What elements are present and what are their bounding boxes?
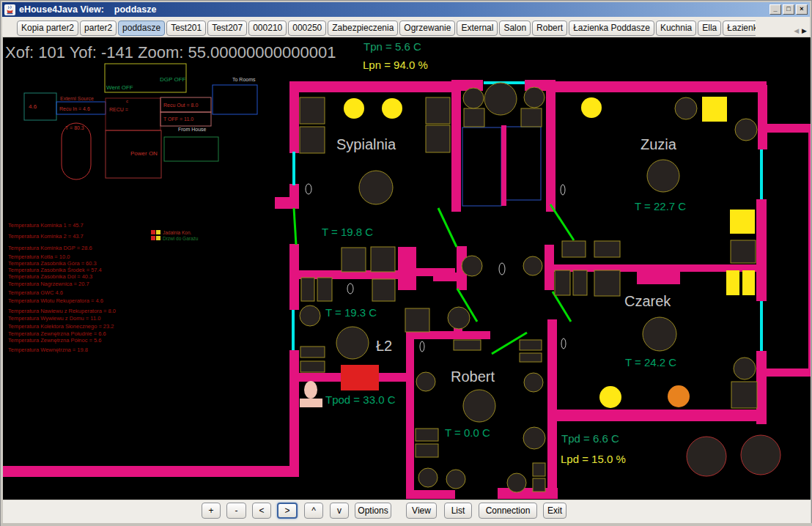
temp-reading: Temperatura GWC 4.6 (8, 289, 63, 296)
tab-kuchnia[interactable]: Kuchnia (656, 21, 696, 36)
furniture (416, 429, 438, 441)
tab-000210[interactable]: 000210 (248, 21, 287, 36)
device-on[interactable] (702, 97, 727, 122)
temp-reading: Temperatura Zasobnika Środek = 57.4 (8, 267, 102, 273)
tab-kopia-parter2[interactable]: Kopia parter2 (17, 21, 78, 36)
device-on[interactable] (726, 270, 739, 295)
title-bar[interactable]: eHouse4Java View: poddasze _ □ × (2, 2, 810, 17)
tab-000250[interactable]: 000250 (288, 21, 326, 36)
furniture (735, 119, 757, 141)
window-title: eHouse4Java View: (19, 4, 104, 15)
furniture (371, 247, 395, 272)
furniture (418, 468, 438, 487)
tab-test207[interactable]: Test207 (207, 21, 247, 36)
tab-salon[interactable]: Salon (499, 21, 531, 36)
pan-down-button[interactable]: v (330, 503, 349, 519)
heater-on[interactable] (341, 365, 379, 390)
schematic-text: RECU = (109, 107, 128, 112)
pan-up-button[interactable]: ^ (304, 503, 323, 519)
furniture (301, 278, 314, 301)
light-on-icon[interactable] (382, 98, 402, 119)
door-swing (550, 204, 574, 240)
minimize-icon[interactable]: _ (769, 4, 781, 15)
device-on[interactable] (730, 210, 755, 234)
tab-scroll-right-icon[interactable]: ▶ (802, 27, 807, 34)
wall (291, 81, 457, 92)
zoom-out-button[interactable]: - (226, 503, 246, 519)
temp-north: Tpn = 5.6 C (363, 40, 421, 53)
furniture (426, 125, 450, 152)
device-on[interactable] (742, 270, 755, 295)
tab-scroll-left-icon[interactable]: ◀ (794, 27, 799, 34)
furniture (521, 108, 542, 127)
temp-reading: Temperatura Zasobnika Dól = 40.3 (8, 273, 92, 280)
furniture (647, 160, 679, 192)
furniture (300, 127, 325, 153)
wall (552, 410, 767, 421)
floorplan-canvas[interactable]: DGP OFFWent OFFTo Rooms4.6Externl Source… (3, 37, 811, 500)
list-button[interactable]: List (444, 503, 472, 519)
furniture (594, 270, 620, 296)
light-off-icon[interactable] (687, 437, 726, 476)
tab-lazienka[interactable]: Łazienka (723, 21, 756, 36)
offsets-readout: Xof: 101 Yof: -141 Zoom: 55.000000000000… (5, 43, 336, 62)
wall (433, 273, 457, 281)
furniture (300, 361, 325, 372)
legend-label: Drzwi do Garażu (163, 236, 199, 241)
pan-left-button[interactable]: < (252, 503, 271, 519)
furniture (643, 317, 676, 351)
connection-button[interactable]: Connection (479, 503, 537, 519)
tab-robert[interactable]: Robert (532, 21, 567, 36)
window-controls: _ □ × (769, 4, 808, 15)
wall (406, 331, 490, 339)
furniture (416, 372, 435, 391)
room-label-sypialnia: Sypialnia (336, 136, 396, 152)
door-swing (294, 208, 296, 245)
view-button[interactable]: View (406, 503, 437, 519)
tab-poddasze[interactable]: poddasze (118, 21, 165, 36)
door-swing (438, 208, 457, 247)
furniture (454, 340, 481, 350)
tab-ella[interactable]: Ella (698, 21, 721, 36)
furniture (562, 241, 586, 257)
tab-external[interactable]: External (457, 21, 498, 36)
tab-ogrzewanie[interactable]: Ogrzewanie (399, 21, 455, 36)
tab-test201[interactable]: Test201 (166, 21, 206, 36)
close-icon[interactable]: × (796, 4, 808, 15)
light-on-icon[interactable] (581, 97, 602, 118)
room-label-l2: Ł2 (376, 338, 392, 354)
exit-button[interactable]: Exit (543, 503, 566, 519)
room-temp-robert: T = 0.0 C (445, 426, 490, 439)
schematic-text: 4.6 (29, 103, 37, 110)
furniture (317, 278, 332, 301)
furniture (533, 463, 545, 476)
legend-label: Jadalnia Kon. (163, 230, 192, 235)
wall (756, 199, 767, 301)
temp-attic: Tpd = 6.6 C (561, 432, 619, 445)
options-button[interactable]: Options (355, 503, 391, 519)
tab-parter2[interactable]: parter2 (80, 21, 117, 36)
furniture (573, 270, 587, 295)
furniture (336, 327, 369, 359)
zoom-in-button[interactable]: + (202, 503, 221, 519)
wall (501, 125, 506, 206)
light-on-icon[interactable] (344, 98, 364, 119)
floorplan-svg: DGP OFFWent OFFTo Rooms4.6Externl Source… (3, 37, 811, 500)
furniture (300, 97, 325, 124)
pan-right-button[interactable]: > (277, 503, 298, 519)
furniture (555, 270, 570, 295)
maximize-icon[interactable]: □ (783, 4, 794, 15)
light-on-icon[interactable] (599, 386, 621, 408)
toolbar: + - < > ^ v Options View List Connection… (3, 500, 811, 523)
humidity-attic: Lpd = 15.0 % (561, 453, 626, 465)
light-dim-icon[interactable] (668, 385, 690, 407)
legend-swatch-yellow (156, 230, 160, 234)
light-off-icon[interactable] (741, 435, 780, 475)
tab-zabezpieczenia[interactable]: Zabezpieczenia (328, 21, 398, 36)
app-window: eHouse4Java View: poddasze _ □ × Kopia p… (0, 0, 812, 526)
tab-lazienka-poddasze[interactable]: Łazienka Poddasze (569, 21, 654, 36)
window (760, 301, 763, 351)
wall (547, 319, 557, 499)
furniture (523, 427, 545, 449)
door-hinge (561, 185, 565, 195)
